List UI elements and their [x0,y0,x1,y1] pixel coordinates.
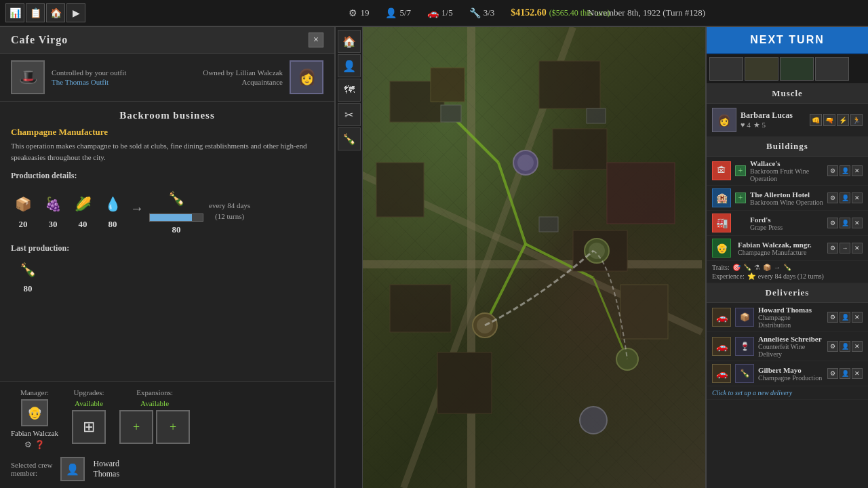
panel-close-button[interactable]: × [309,33,323,47]
prod-icon-4: 💧 [100,192,125,216]
gilbert-info: Gilbert Mayo Champagne Production [758,366,823,382]
next-turn-button[interactable]: NEXT TURN [707,27,868,54]
menu-icon-4[interactable]: ▶ [66,3,85,22]
delivery-anneliese[interactable]: 🚗 🍷 Anneliese Schreiber Counterfeit Wine… [707,332,868,361]
wallaces-act-1[interactable]: ⚙ [827,165,838,176]
anneliese-act-2[interactable]: 👤 [840,341,850,352]
delivery-howard[interactable]: 🚗 📦 Howard Thomas Champagne Distribution… [707,303,868,332]
wallaces-icon: 🏚 [712,161,731,180]
last-prod-icon: 🍾 [16,258,40,282]
gilbert-icon: 🚗 [712,364,731,383]
anneliese-name: Anneliese Schreiber [758,335,823,343]
prod-bar [150,214,192,221]
thumb-2[interactable] [745,57,778,81]
last-prod-label: Last production: [11,243,323,253]
gilbert-act-3[interactable]: ✕ [852,368,863,379]
gilbert-act-2[interactable]: 👤 [840,368,850,379]
topbar-left-icons: 📊 📋 🏠 ▶ [0,3,91,22]
svg-rect-28 [587,108,606,123]
building-wallaces[interactable]: 🏚 + Wallace's Backroom Fruit Wine Operat… [707,157,868,186]
fords-name: Ford's [750,216,823,224]
experience-label: Experience: [712,272,745,280]
fords-act-2[interactable]: 👤 [840,218,850,228]
barbara-stats: ♥ 4 ★ 5 [741,121,806,129]
tool-cut[interactable]: ✂ [338,103,361,126]
barbara-avatar: 👩 [712,108,736,132]
allerton-icon: 🏨 [712,188,731,207]
howard-act-3[interactable]: ✕ [852,312,863,323]
fords-actions: ⚙ 👤 ✕ [827,218,863,228]
player-avatar: 🎩 [11,60,45,94]
thumb-3[interactable] [780,57,814,81]
new-delivery-text[interactable]: Click to set up a new delivery [707,386,868,400]
delivery-gilbert[interactable]: 🚗 🍾 Gilbert Mayo Champagne Production ⚙ … [707,361,868,386]
action-gun[interactable]: 🔫 [823,114,835,126]
crew-icon: 👤 [385,7,397,19]
action-fist[interactable]: 👊 [810,114,822,126]
gilbert-act-1[interactable]: ⚙ [827,368,838,379]
workers-icon: ⚙ [349,7,357,19]
fabian-icon: 👴 [712,239,731,258]
howard-icon: 🚗 [712,308,731,327]
wallaces-act-2[interactable]: 👤 [840,165,850,176]
tool-bottle[interactable]: 🍾 [338,127,361,150]
svg-point-20 [517,155,534,171]
action-lightning[interactable]: ⚡ [837,114,849,126]
owner-info-right: Owned by Lillian Walczak Acquaintance [203,68,283,86]
manager-icon-1: ⚙ [24,440,32,450]
building-allerton[interactable]: 🏨 + The Allerton Hotel Backroom Wine Ope… [707,186,868,211]
gilbert-vehicle-icon: 🍾 [735,364,754,383]
upgrades-label: Upgrades: [73,388,104,396]
upgrade-button[interactable]: ⊞ [72,410,106,444]
thumbnail-row [707,54,868,84]
other-icon: 🔧 [469,7,481,19]
wallaces-add-btn[interactable]: + [735,165,746,176]
thumb-4[interactable] [815,57,849,81]
allerton-act-2[interactable]: 👤 [840,192,850,203]
anneliese-act-3[interactable]: ✕ [852,341,863,352]
wallaces-act-3[interactable]: ✕ [852,165,863,176]
allerton-act-1[interactable]: ⚙ [827,192,838,203]
map-area[interactable] [336,27,705,488]
date-display: November 8th, 1922 (Turn #128) [588,7,705,18]
prod-schedule: every 84 days [209,201,250,209]
barbara-stat1: ♥ 4 [741,121,751,129]
fabian-act-2[interactable]: → [840,243,850,253]
expansion-button-2[interactable]: + [156,410,190,444]
expansion-button-1[interactable]: + [119,410,153,444]
anneliese-act-1[interactable]: ⚙ [827,341,838,352]
fords-info: Ford's Grape Press [750,216,823,231]
trait-icon-3: ⚗ [754,264,760,271]
fords-act-1[interactable]: ⚙ [827,218,838,228]
howard-act-1[interactable]: ⚙ [827,312,838,323]
menu-icon-1[interactable]: 📊 [5,3,24,22]
tool-sidebar: 🏠 👤 🗺 ✂ 🍾 [336,27,363,488]
fabian-act-1[interactable]: ⚙ [827,243,838,253]
topbar-stats: ⚙ 19 👤 5/7 🚗 1/5 🔧 3/3 $4152.60 ($565.40… [91,7,868,19]
tool-home[interactable]: 🏠 [338,30,361,53]
workers-stat: ⚙ 19 [349,7,369,19]
fabian-act-3[interactable]: ✕ [852,243,863,253]
fabian-sub: Champagne Manufacture [738,249,823,256]
svg-rect-13 [553,129,607,169]
owner-section: 🎩 Controlled by your outfit The Thomas O… [0,54,334,102]
tool-person[interactable]: 👤 [338,54,361,77]
allerton-add-btn[interactable]: + [735,192,746,203]
building-fords[interactable]: 🏭 Ford's Grape Press ⚙ 👤 ✕ [707,211,868,236]
tool-map[interactable]: 🗺 [338,79,361,102]
topbar: 📊 📋 🏠 ▶ ⚙ 19 👤 5/7 🚗 1/5 🔧 3/3 $4152.60 … [0,0,868,27]
other-stat: 🔧 3/3 [469,7,495,19]
thumb-1[interactable] [709,57,743,81]
allerton-act-3[interactable]: ✕ [852,192,863,203]
action-run[interactable]: 🏃 [850,114,863,126]
menu-icon-3[interactable]: 🏠 [46,3,65,22]
fords-act-3[interactable]: ✕ [852,218,863,228]
prod-schedule-block: every 84 days (12 turns) [209,201,250,220]
prod-bar-container [149,214,203,222]
menu-icon-2[interactable]: 📋 [26,3,45,22]
production-label: Production details: [11,171,323,181]
building-fabian[interactable]: 👴 Fabian Walczak, mngr. Champagne Manufa… [707,236,868,261]
anneliese-vehicle-icon: 🍷 [735,337,754,356]
anneliese-actions: ⚙ 👤 ✕ [827,341,863,352]
howard-act-2[interactable]: 👤 [840,312,850,323]
